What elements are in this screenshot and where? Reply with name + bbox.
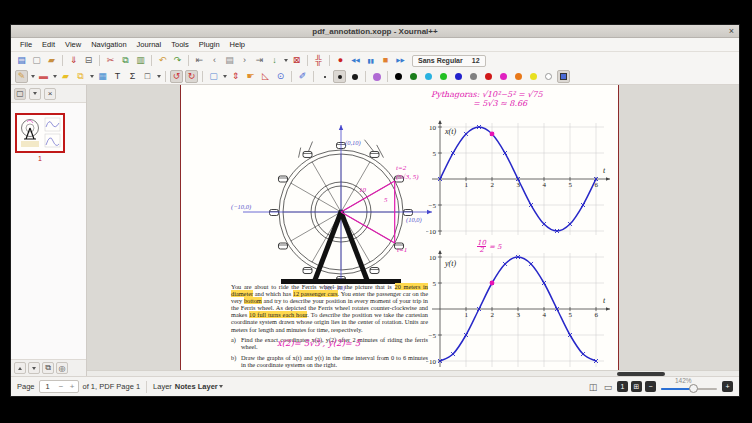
rewind-audio-button[interactable]: ◀◀ [349, 54, 362, 67]
pen-tool-dropdown-icon[interactable] [29, 70, 36, 83]
thickness-thick-button[interactable] [348, 70, 361, 83]
menu-navigation[interactable]: Navigation [86, 40, 131, 49]
page-spinner-value[interactable]: 1 [40, 382, 56, 391]
fit-width-button[interactable]: ⊞ [631, 381, 642, 392]
layer-dropdown-icon[interactable] [218, 380, 225, 393]
select-rectangle-button[interactable]: ▢ [207, 70, 220, 83]
menu-journal[interactable]: Journal [132, 40, 167, 49]
tex-tool-button[interactable]: Σ [126, 70, 139, 83]
stop-audio-button[interactable]: ■ [379, 54, 392, 67]
page-decrement-button[interactable]: − [56, 381, 67, 392]
menu-help[interactable]: Help [225, 40, 250, 49]
snap-rotation-button[interactable]: ↺ [170, 70, 183, 83]
move-page-up-button[interactable] [14, 362, 26, 374]
color-green[interactable] [437, 70, 450, 83]
fill-toggle-button[interactable] [370, 70, 383, 83]
goto-page-dropdown-icon[interactable] [282, 54, 289, 67]
color-yellow[interactable] [527, 70, 540, 83]
color-picker-icon [560, 73, 567, 80]
current-page-button[interactable]: ▤ [223, 54, 236, 67]
zoom-slider[interactable]: 142% [661, 379, 717, 395]
presentation-mode-button[interactable]: ▭ [602, 382, 614, 392]
document-canvas[interactable]: Pythagoras: √10²−5² = √75 = 5√3 ≈ 8.66 [87, 85, 739, 376]
page-thumbnail[interactable] [15, 113, 65, 153]
compass-tool-button[interactable]: ⊙ [274, 70, 287, 83]
cut-button[interactable]: ✂ [104, 54, 117, 67]
menu-plugin[interactable]: Plugin [194, 40, 225, 49]
undo-button[interactable]: ↶ [156, 54, 169, 67]
previous-page-button[interactable]: ‹ [208, 54, 221, 67]
fullscreen-button[interactable]: ╬ [312, 54, 325, 67]
thickness-fine-button[interactable] [318, 70, 331, 83]
record-audio-button[interactable]: ● [334, 54, 347, 67]
spline-tool-button[interactable]: ✐ [296, 70, 309, 83]
preview-pages-button[interactable]: ▢ [14, 88, 26, 100]
image-tool-button[interactable]: ▦ [96, 70, 109, 83]
shapes-tool-button[interactable]: □ [141, 70, 154, 83]
pdf-page[interactable]: Pythagoras: √10²−5² = √75 = 5√3 ≈ 8.66 [180, 85, 619, 372]
sidebar-close-button[interactable]: × [44, 88, 56, 100]
first-page-button[interactable]: ⇤ [193, 54, 206, 67]
pdf-text-marker-dropdown-icon[interactable] [88, 70, 95, 83]
copy-button[interactable]: ⧉ [119, 54, 132, 67]
color-dark-green[interactable] [407, 70, 420, 83]
color-light-blue[interactable] [422, 70, 435, 83]
eraser-tool-button[interactable]: ▬ [37, 70, 50, 83]
pause-audio-button[interactable]: ▮▮ [364, 54, 377, 67]
goto-page-button[interactable]: ↓ [268, 54, 281, 67]
title-bar[interactable]: pdf_annotation.xopp - Xournal++ × [11, 25, 739, 38]
forward-audio-button[interactable]: ▶▶ [394, 54, 407, 67]
text-tool-button[interactable]: T [111, 70, 124, 83]
color-magenta[interactable] [497, 70, 510, 83]
last-page-button[interactable]: ⇥ [253, 54, 266, 67]
shapes-tool-dropdown-icon[interactable] [155, 70, 162, 83]
sidebar-dropdown-button[interactable] [29, 88, 41, 100]
page-settings-button[interactable]: ◎ [56, 362, 68, 374]
menu-edit[interactable]: Edit [37, 40, 60, 49]
vertical-space-button[interactable]: ⇕ [229, 70, 242, 83]
highlighter-tool-button[interactable]: ▰ [59, 70, 72, 83]
page-increment-button[interactable]: + [67, 381, 78, 392]
next-page-button[interactable]: › [238, 54, 251, 67]
pen-tool-button[interactable]: ✎ [15, 70, 28, 83]
pdf-text-marker-button[interactable]: ⧉ [74, 70, 87, 83]
setsquare-tool-button[interactable]: ◺ [259, 70, 272, 83]
snap-grid-button[interactable]: ↻ [185, 70, 198, 83]
color-red[interactable] [482, 70, 495, 83]
new-document-button[interactable]: ▢ [30, 54, 43, 67]
zoom-out-button[interactable]: − [645, 381, 656, 392]
open-document-button[interactable]: ▰ [45, 54, 58, 67]
hand-tool-button[interactable]: ☛ [244, 70, 257, 83]
delete-page-button[interactable]: ⊠ [290, 54, 303, 67]
print-button[interactable]: ⊟ [82, 54, 95, 67]
font-button[interactable]: Sans Regular12 [412, 55, 486, 67]
move-page-down-button[interactable] [28, 362, 40, 374]
zoom-slider-thumb[interactable] [689, 384, 698, 393]
close-icon[interactable]: × [729, 26, 734, 36]
color-gray[interactable] [467, 70, 480, 83]
layer-select[interactable]: Notes Layer [175, 382, 218, 391]
eraser-tool-dropdown-icon[interactable] [51, 70, 58, 83]
page-spinner[interactable]: 1 − + [39, 380, 79, 393]
label-t2: t=2 [396, 164, 407, 172]
export-pdf-button[interactable]: ⇓ [67, 54, 80, 67]
zoom-in-button[interactable]: + [722, 381, 733, 392]
color-blue[interactable] [452, 70, 465, 83]
save-button[interactable]: ▤ [15, 54, 28, 67]
color-orange[interactable] [512, 70, 525, 83]
redo-button[interactable]: ↷ [171, 54, 184, 67]
select-rectangle-dropdown-icon[interactable] [221, 70, 228, 83]
two-page-view-button[interactable]: ◫ [587, 382, 599, 392]
menu-view[interactable]: View [60, 40, 86, 49]
duplicate-page-button[interactable]: ⧉ [42, 362, 54, 374]
color-white[interactable] [542, 70, 555, 83]
thickness-medium-button[interactable] [333, 70, 346, 83]
zoom-percent: 142% [675, 377, 692, 384]
paste-button[interactable]: ▥ [134, 54, 147, 67]
menu-tools[interactable]: Tools [166, 40, 194, 49]
fit-page-button[interactable]: 1 [617, 381, 628, 392]
color-black[interactable] [392, 70, 405, 83]
menu-file[interactable]: File [15, 40, 37, 49]
color-picker[interactable] [557, 70, 570, 83]
pause-audio-icon: ▮▮ [367, 58, 374, 64]
